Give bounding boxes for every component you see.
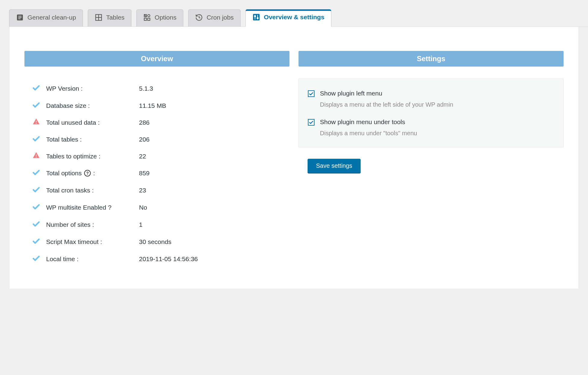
warning-icon (32, 118, 41, 127)
overview-value: 23 (139, 187, 282, 194)
svg-rect-10 (144, 18, 147, 20)
overview-value: 22 (139, 153, 282, 160)
svg-line-8 (144, 14, 147, 17)
overview-row: Database size :11.15 MB (32, 97, 282, 114)
svg-rect-11 (147, 18, 150, 20)
tab-label: Tables (106, 14, 125, 21)
setting-title: Show plugin menu under tools (320, 118, 417, 126)
check-icon (32, 254, 41, 264)
overview-row: Local time :2019-11-05 14:56:36 (32, 250, 282, 267)
overview-label: Total cron tasks : (46, 187, 134, 194)
overview-value: 206 (139, 136, 282, 143)
tab-general-cleanup[interactable]: General clean-up (9, 9, 83, 27)
tab-label: Overview & settings (264, 14, 324, 21)
svg-point-18 (36, 123, 37, 124)
sliders-icon (252, 13, 260, 21)
overview-row: Tables to optimize :22 (32, 148, 282, 164)
overview-row: Total options ? :859 (32, 164, 282, 182)
tab-overview-settings[interactable]: Overview & settings (245, 9, 331, 27)
overview-value: 859 (139, 170, 282, 177)
overview-label: Total options ? : (46, 170, 134, 177)
settings-title: Settings (299, 51, 564, 67)
overview-panel: Overview WP Version :5.1.3Database size … (24, 51, 289, 270)
tab-label: Cron jobs (207, 14, 234, 21)
setting-item: Show plugin menu under toolsDisplays a m… (308, 115, 554, 139)
overview-label: Total unused data : (46, 119, 134, 126)
overview-value: 30 seconds (139, 238, 282, 245)
check-icon (32, 101, 41, 111)
svg-point-20 (36, 157, 37, 158)
check-icon (32, 134, 41, 144)
check-icon (32, 185, 41, 195)
setting-title: Show plugin left menu (320, 90, 453, 97)
tab-cron-jobs[interactable]: Cron jobs (188, 9, 241, 27)
check-icon (32, 220, 41, 230)
overview-row: Script Max timeout :30 seconds (32, 233, 282, 250)
cleanup-icon (16, 14, 24, 21)
tab-options[interactable]: Options (136, 9, 183, 27)
overview-row: Total cron tasks :23 (32, 182, 282, 199)
history-icon (195, 14, 203, 21)
svg-point-14 (254, 16, 256, 17)
overview-title: Overview (24, 51, 289, 67)
settings-panel: Settings Show plugin left menuDisplays a… (299, 51, 564, 173)
overview-label: Script Max timeout : (46, 238, 134, 245)
overview-row: Number of sites :1 (32, 216, 282, 233)
overview-value: No (139, 204, 282, 211)
setting-desc: Displays a menu at the left side of your… (320, 101, 453, 108)
tab-label: General clean-up (27, 14, 76, 21)
svg-point-16 (257, 17, 258, 19)
check-icon (32, 83, 41, 93)
check-icon (32, 237, 41, 247)
overview-label: WP multisite Enabled ? (46, 204, 134, 211)
check-icon (32, 168, 41, 178)
overview-label: Tables to optimize : (46, 153, 134, 160)
tab-tables[interactable]: Tables (88, 9, 131, 27)
tab-label: Options (155, 14, 176, 21)
overview-label: Total tables : (46, 136, 134, 143)
setting-item: Show plugin left menuDisplays a menu at … (308, 87, 554, 115)
help-icon[interactable]: ? (84, 170, 91, 177)
warning-icon (32, 152, 41, 161)
setting-desc: Displays a menu under "tools" menu (320, 130, 417, 137)
overview-value: 5.1.3 (139, 85, 282, 92)
overview-label: Local time : (46, 255, 134, 263)
overview-label: Database size : (46, 102, 134, 109)
overview-value: 1 (139, 221, 282, 228)
check-icon (32, 202, 41, 212)
tables-icon (95, 14, 103, 21)
options-icon (143, 14, 151, 21)
save-settings-button[interactable]: Save settings (308, 159, 361, 173)
overview-value: 2019-11-05 14:56:36 (139, 255, 282, 263)
tabs-nav: General clean-up Tables Opt (9, 9, 588, 27)
svg-rect-12 (253, 14, 260, 20)
overview-value: 11.15 MB (139, 102, 282, 109)
setting-checkbox[interactable] (308, 90, 315, 97)
setting-checkbox[interactable] (308, 119, 315, 126)
overview-label: WP Version : (46, 85, 134, 92)
overview-row: Total unused data :286 (32, 114, 282, 131)
overview-row: WP multisite Enabled ?No (32, 199, 282, 216)
overview-value: 286 (139, 119, 282, 126)
overview-label: Number of sites : (46, 221, 134, 228)
overview-row: WP Version :5.1.3 (32, 80, 282, 97)
overview-row: Total tables :206 (32, 131, 282, 148)
svg-point-9 (147, 14, 150, 17)
